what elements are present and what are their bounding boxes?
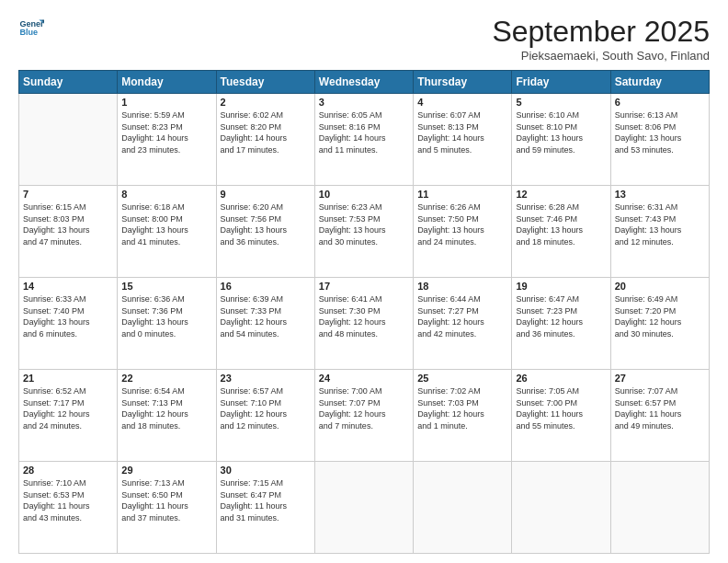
day-info: Sunrise: 6:31 AMSunset: 7:43 PMDaylight:… [615,201,705,247]
day-info: Sunrise: 6:47 AMSunset: 7:23 PMDaylight:… [516,293,606,339]
calendar-cell-w2-d2: 8Sunrise: 6:18 AMSunset: 8:00 PMDaylight… [118,186,216,278]
day-info: Sunrise: 6:39 AMSunset: 7:33 PMDaylight:… [221,293,311,339]
calendar-cell-w3-d3: 16Sunrise: 6:39 AMSunset: 7:33 PMDayligh… [216,278,314,370]
calendar-table: Sunday Monday Tuesday Wednesday Thursday… [18,70,710,554]
day-number: 3 [319,97,409,108]
calendar-cell-w3-d2: 15Sunrise: 6:36 AMSunset: 7:36 PMDayligh… [118,278,216,370]
calendar-cell-w1-d5: 4Sunrise: 6:07 AMSunset: 8:13 PMDaylight… [414,94,512,186]
day-info: Sunrise: 6:20 AMSunset: 7:56 PMDaylight:… [221,201,311,247]
day-number: 20 [615,281,705,292]
calendar-week-3: 14Sunrise: 6:33 AMSunset: 7:40 PMDayligh… [19,278,710,370]
day-info: Sunrise: 6:36 AMSunset: 7:36 PMDaylight:… [121,293,211,339]
logo: General Blue [18,15,44,40]
calendar-cell-w5-d5 [414,462,512,554]
logo-icon: General Blue [18,15,44,40]
calendar-cell-w5-d6 [512,462,610,554]
calendar-week-1: 1Sunrise: 5:59 AMSunset: 8:23 PMDaylight… [19,94,710,186]
calendar-cell-w4-d5: 25Sunrise: 7:02 AMSunset: 7:03 PMDayligh… [414,370,512,462]
day-number: 4 [417,97,507,108]
svg-text:Blue: Blue [19,28,38,37]
calendar-cell-w1-d1 [19,94,118,186]
calendar-cell-w4-d4: 24Sunrise: 7:00 AMSunset: 7:07 PMDayligh… [314,370,413,462]
day-info: Sunrise: 6:23 AMSunset: 7:53 PMDaylight:… [319,201,409,247]
day-info: Sunrise: 7:02 AMSunset: 7:03 PMDaylight:… [417,385,507,431]
day-info: Sunrise: 6:52 AMSunset: 7:17 PMDaylight:… [23,385,113,431]
calendar-cell-w2-d1: 7Sunrise: 6:15 AMSunset: 8:03 PMDaylight… [19,186,118,278]
calendar-cell-w4-d2: 22Sunrise: 6:54 AMSunset: 7:13 PMDayligh… [118,370,216,462]
day-info: Sunrise: 6:13 AMSunset: 8:06 PMDaylight:… [615,109,705,155]
calendar-cell-w5-d1: 28Sunrise: 7:10 AMSunset: 6:53 PMDayligh… [19,462,118,554]
calendar-cell-w5-d2: 29Sunrise: 7:13 AMSunset: 6:50 PMDayligh… [118,462,216,554]
day-info: Sunrise: 6:28 AMSunset: 7:46 PMDaylight:… [516,201,606,247]
day-info: Sunrise: 6:05 AMSunset: 8:16 PMDaylight:… [319,109,409,155]
calendar-cell-w5-d4 [314,462,413,554]
day-number: 25 [417,373,507,384]
day-number: 5 [516,97,606,108]
calendar-cell-w2-d3: 9Sunrise: 6:20 AMSunset: 7:56 PMDaylight… [216,186,314,278]
day-number: 12 [516,189,606,200]
col-monday: Monday [118,71,216,94]
day-number: 15 [121,281,211,292]
calendar-cell-w4-d1: 21Sunrise: 6:52 AMSunset: 7:17 PMDayligh… [19,370,118,462]
calendar-week-5: 28Sunrise: 7:10 AMSunset: 6:53 PMDayligh… [19,462,710,554]
calendar-cell-w3-d1: 14Sunrise: 6:33 AMSunset: 7:40 PMDayligh… [19,278,118,370]
day-number: 19 [516,281,606,292]
calendar-cell-w3-d6: 19Sunrise: 6:47 AMSunset: 7:23 PMDayligh… [512,278,610,370]
calendar-cell-w2-d4: 10Sunrise: 6:23 AMSunset: 7:53 PMDayligh… [314,186,413,278]
day-info: Sunrise: 6:57 AMSunset: 7:10 PMDaylight:… [221,385,311,431]
day-number: 1 [121,97,211,108]
day-number: 18 [417,281,507,292]
day-number: 2 [221,97,311,108]
calendar-cell-w1-d7: 6Sunrise: 6:13 AMSunset: 8:06 PMDaylight… [610,94,709,186]
calendar-cell-w2-d5: 11Sunrise: 6:26 AMSunset: 7:50 PMDayligh… [414,186,512,278]
day-number: 24 [319,373,409,384]
calendar-cell-w4-d7: 27Sunrise: 7:07 AMSunset: 6:57 PMDayligh… [610,370,709,462]
location-subtitle: Pieksaemaeki, South Savo, Finland [492,49,710,63]
day-info: Sunrise: 6:54 AMSunset: 7:13 PMDaylight:… [121,385,211,431]
calendar-cell-w3-d7: 20Sunrise: 6:49 AMSunset: 7:20 PMDayligh… [610,278,709,370]
day-info: Sunrise: 6:49 AMSunset: 7:20 PMDaylight:… [615,293,705,339]
day-number: 9 [221,189,311,200]
day-number: 21 [23,373,113,384]
header: General Blue September 2025 Pieksaemaeki… [18,15,710,63]
col-wednesday: Wednesday [314,71,413,94]
day-info: Sunrise: 7:13 AMSunset: 6:50 PMDaylight:… [121,477,211,523]
day-info: Sunrise: 6:44 AMSunset: 7:27 PMDaylight:… [417,293,507,339]
day-info: Sunrise: 6:26 AMSunset: 7:50 PMDaylight:… [417,201,507,247]
calendar-week-4: 21Sunrise: 6:52 AMSunset: 7:17 PMDayligh… [19,370,710,462]
day-info: Sunrise: 6:15 AMSunset: 8:03 PMDaylight:… [23,201,113,247]
col-thursday: Thursday [414,71,512,94]
day-number: 6 [615,97,705,108]
day-info: Sunrise: 5:59 AMSunset: 8:23 PMDaylight:… [121,109,211,155]
calendar-cell-w4-d6: 26Sunrise: 7:05 AMSunset: 7:00 PMDayligh… [512,370,610,462]
day-number: 8 [121,189,211,200]
day-info: Sunrise: 6:10 AMSunset: 8:10 PMDaylight:… [516,109,606,155]
day-info: Sunrise: 7:15 AMSunset: 6:47 PMDaylight:… [221,477,311,523]
calendar-cell-w1-d2: 1Sunrise: 5:59 AMSunset: 8:23 PMDaylight… [118,94,216,186]
day-number: 7 [23,189,113,200]
calendar-cell-w1-d4: 3Sunrise: 6:05 AMSunset: 8:16 PMDaylight… [314,94,413,186]
calendar-cell-w5-d7 [610,462,709,554]
calendar-cell-w2-d6: 12Sunrise: 6:28 AMSunset: 7:46 PMDayligh… [512,186,610,278]
day-number: 23 [221,373,311,384]
day-number: 29 [121,465,211,476]
calendar-cell-w3-d5: 18Sunrise: 6:44 AMSunset: 7:27 PMDayligh… [414,278,512,370]
col-saturday: Saturday [610,71,709,94]
day-info: Sunrise: 7:10 AMSunset: 6:53 PMDaylight:… [23,477,113,523]
day-info: Sunrise: 6:07 AMSunset: 8:13 PMDaylight:… [417,109,507,155]
calendar-cell-w2-d7: 13Sunrise: 6:31 AMSunset: 7:43 PMDayligh… [610,186,709,278]
day-number: 17 [319,281,409,292]
calendar-week-2: 7Sunrise: 6:15 AMSunset: 8:03 PMDaylight… [19,186,710,278]
day-info: Sunrise: 7:00 AMSunset: 7:07 PMDaylight:… [319,385,409,431]
day-number: 14 [23,281,113,292]
col-sunday: Sunday [19,71,118,94]
day-number: 13 [615,189,705,200]
day-number: 28 [23,465,113,476]
calendar-cell-w1-d3: 2Sunrise: 6:02 AMSunset: 8:20 PMDaylight… [216,94,314,186]
calendar-cell-w3-d4: 17Sunrise: 6:41 AMSunset: 7:30 PMDayligh… [314,278,413,370]
calendar-header-row: Sunday Monday Tuesday Wednesday Thursday… [19,71,710,94]
day-info: Sunrise: 6:18 AMSunset: 8:00 PMDaylight:… [121,201,211,247]
page: General Blue September 2025 Pieksaemaeki… [0,0,728,563]
calendar-cell-w5-d3: 30Sunrise: 7:15 AMSunset: 6:47 PMDayligh… [216,462,314,554]
day-number: 30 [221,465,311,476]
